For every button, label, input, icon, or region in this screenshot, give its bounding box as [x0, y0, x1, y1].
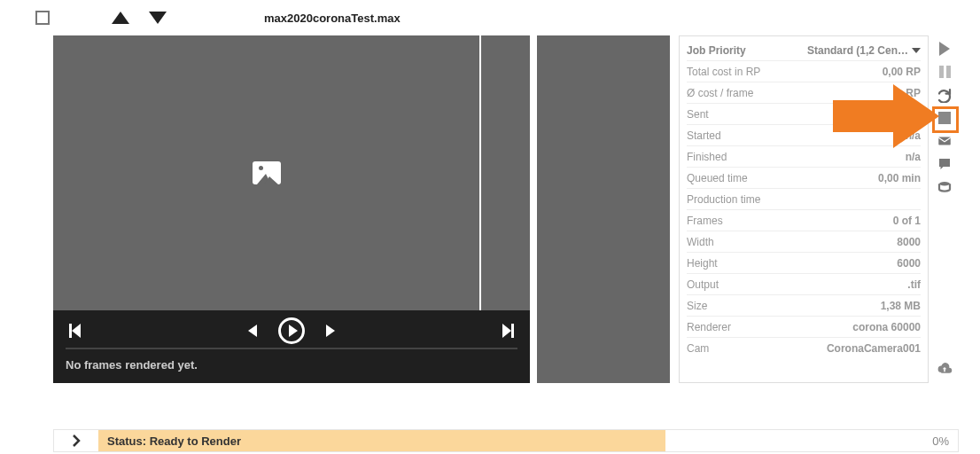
queued-value: 0,00 min [878, 172, 921, 184]
priority-value[interactable]: Standard (1,2 Cen… [807, 44, 921, 57]
finished-label: Finished [687, 151, 727, 163]
cost-frame-value: RP [906, 87, 921, 99]
pause-render-button[interactable] [937, 64, 953, 80]
frames-label: Frames [687, 215, 723, 227]
svg-rect-0 [938, 137, 951, 145]
cam-label: Cam [687, 342, 709, 355]
status-text: Status: Ready to Render [98, 430, 665, 451]
row-size: Size1,38 MB [687, 295, 921, 317]
started-label: Started [687, 129, 721, 142]
chat-button[interactable] [937, 156, 953, 172]
row-finished: Finishedn/a [687, 146, 921, 168]
next-frame-button[interactable] [326, 325, 335, 337]
cost-frame-label: Ø cost / frame [687, 87, 753, 99]
play-button[interactable] [278, 317, 305, 344]
file-name: max2020coronaTest.max [264, 12, 401, 25]
output-value: .tif [907, 278, 921, 291]
renderer-value: corona 60000 [852, 321, 921, 333]
frames-value: 0 of 1 [893, 215, 921, 227]
height-value: 6000 [897, 257, 921, 270]
sort-up-icon[interactable] [112, 12, 129, 24]
row-cam: CamCoronaCamera001 [687, 338, 921, 359]
row-queued: Queued time0,00 min [687, 168, 921, 189]
sent-value: 25:30 [893, 108, 921, 121]
svg-point-1 [939, 182, 950, 186]
start-render-button[interactable] [937, 41, 953, 57]
prod-label: Production time [687, 193, 760, 206]
priority-label: Job Priority [687, 44, 746, 57]
status-bar: Status: Ready to Render 0% [53, 429, 959, 452]
cam-value: CoronaCamera001 [827, 342, 921, 355]
row-cost-frame: Ø cost / frameRP [687, 82, 921, 104]
started-value: n/a [906, 129, 921, 142]
row-height: Height6000 [687, 253, 921, 274]
skip-next-button[interactable] [502, 324, 514, 338]
select-checkbox[interactable] [35, 11, 50, 25]
sort-down-icon[interactable] [149, 12, 167, 24]
disk-button[interactable] [937, 179, 953, 195]
row-priority[interactable]: Job Priority Standard (1,2 Cen… [687, 40, 921, 61]
player-bar: No frames rendered yet. [53, 310, 530, 383]
status-percent: 0% [932, 434, 958, 448]
renderer-label: Renderer [687, 321, 731, 333]
row-sent: Sent25:30 [687, 104, 921, 125]
priority-value-text: Standard (1,2 Cen… [807, 44, 908, 57]
width-label: Width [687, 236, 714, 248]
chevron-down-icon [912, 48, 921, 53]
row-started: Startedn/a [687, 125, 921, 146]
previous-frame-button[interactable] [248, 325, 257, 337]
width-value: 8000 [897, 236, 921, 248]
output-label: Output [687, 278, 719, 291]
row-width: Width8000 [687, 231, 921, 253]
sent-label: Sent [687, 108, 709, 121]
skip-previous-button[interactable] [69, 324, 81, 338]
refresh-button[interactable] [937, 87, 953, 103]
stop-render-button[interactable] [937, 110, 953, 126]
size-label: Size [687, 300, 707, 312]
finished-value: n/a [906, 151, 921, 163]
row-output: Output.tif [687, 274, 921, 295]
player-status-text: No frames rendered yet. [53, 349, 530, 380]
size-value: 1,38 MB [881, 300, 921, 312]
row-production: Production time [687, 189, 921, 210]
action-column [934, 35, 955, 383]
row-renderer: Renderercorona 60000 [687, 317, 921, 338]
job-info-panel: Job Priority Standard (1,2 Cen… Total co… [679, 35, 929, 383]
height-label: Height [687, 257, 718, 270]
image-placeholder-icon [253, 161, 281, 184]
preview-side-strip [481, 35, 530, 310]
total-cost-label: Total cost in RP [687, 66, 760, 78]
mail-button[interactable] [937, 133, 953, 149]
queued-label: Queued time [687, 172, 748, 184]
row-frames: Frames0 of 1 [687, 210, 921, 231]
preview-main [53, 35, 479, 310]
row-total-cost: Total cost in RP0,00 RP [687, 61, 921, 82]
total-cost-value: 0,00 RP [883, 66, 921, 78]
preview-secondary [537, 35, 670, 383]
status-expand-button[interactable] [54, 430, 98, 451]
upload-button[interactable] [937, 362, 953, 378]
